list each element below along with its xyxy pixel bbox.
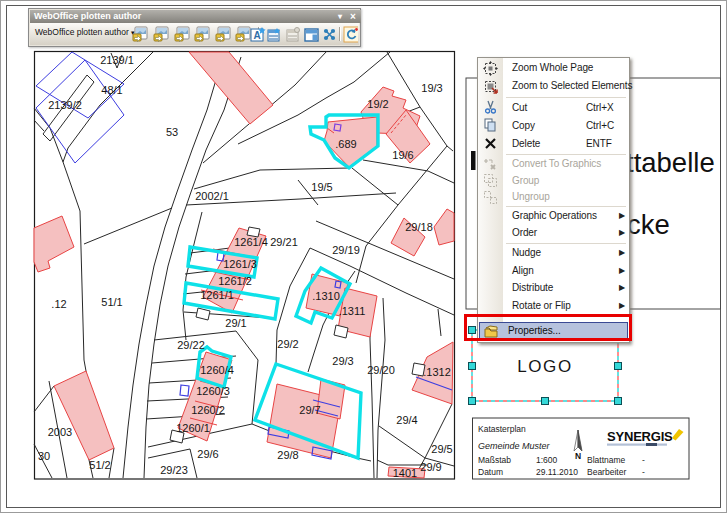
svg-text:Maßstab: Maßstab bbox=[478, 455, 511, 465]
svg-text:1:600: 1:600 bbox=[536, 455, 558, 465]
svg-text:1260/4: 1260/4 bbox=[200, 364, 234, 376]
svg-text:ttabelle: ttabelle bbox=[626, 147, 715, 178]
svg-text:1260/2: 1260/2 bbox=[191, 404, 225, 416]
svg-text:-: - bbox=[642, 467, 645, 477]
svg-text:Blattname: Blattname bbox=[587, 455, 626, 465]
svg-text:Bearbeiter: Bearbeiter bbox=[587, 467, 626, 477]
svg-text:LOGO: LOGO bbox=[517, 357, 573, 376]
svg-text:19/3: 19/3 bbox=[421, 82, 442, 94]
svg-text:.1311: .1311 bbox=[339, 305, 366, 317]
svg-text:29/22: 29/22 bbox=[177, 339, 205, 351]
svg-text:29/18: 29/18 bbox=[405, 221, 433, 233]
svg-text:29.11.2010: 29.11.2010 bbox=[536, 467, 578, 477]
svg-text:2139/2: 2139/2 bbox=[48, 99, 82, 111]
svg-text:29/3: 29/3 bbox=[332, 355, 353, 367]
svg-text:51/1: 51/1 bbox=[101, 296, 122, 308]
svg-text:29/7: 29/7 bbox=[299, 404, 320, 416]
svg-text:29/2: 29/2 bbox=[277, 338, 298, 350]
svg-text:29/1: 29/1 bbox=[225, 317, 246, 329]
svg-text:2139/1: 2139/1 bbox=[100, 54, 134, 66]
svg-text:.1312: .1312 bbox=[423, 366, 451, 378]
svg-text:Datum: Datum bbox=[478, 467, 503, 477]
svg-text:29/20: 29/20 bbox=[367, 364, 395, 376]
svg-text:Katasterplan: Katasterplan bbox=[478, 424, 526, 434]
svg-text:.1310: .1310 bbox=[312, 290, 340, 302]
svg-text:1261/1: 1261/1 bbox=[200, 289, 234, 301]
svg-text:29/21: 29/21 bbox=[270, 236, 298, 248]
svg-text:53: 53 bbox=[166, 126, 178, 138]
svg-text:2002/1: 2002/1 bbox=[195, 190, 229, 202]
svg-text:29/9: 29/9 bbox=[420, 461, 441, 473]
svg-text:-: - bbox=[642, 455, 645, 465]
svg-text:51/2: 51/2 bbox=[89, 459, 110, 471]
svg-text:30: 30 bbox=[38, 450, 50, 462]
svg-text:A: A bbox=[253, 30, 260, 41]
svg-text:Gemeinde Muster: Gemeinde Muster bbox=[478, 441, 551, 451]
svg-text:cke: cke bbox=[627, 209, 670, 240]
svg-text:19/2: 19/2 bbox=[367, 98, 388, 110]
svg-text:29/5: 29/5 bbox=[431, 443, 452, 455]
svg-text:1260/3: 1260/3 bbox=[196, 385, 230, 397]
svg-text:29/8: 29/8 bbox=[277, 449, 298, 461]
svg-text:1401: 1401 bbox=[393, 467, 417, 479]
svg-text:1261/4: 1261/4 bbox=[234, 236, 268, 248]
svg-text:1261/2: 1261/2 bbox=[218, 275, 252, 287]
svg-text:2003: 2003 bbox=[48, 426, 72, 438]
svg-text:.12: .12 bbox=[51, 298, 66, 310]
svg-text:48/1: 48/1 bbox=[101, 84, 122, 96]
svg-text:19/6: 19/6 bbox=[392, 149, 413, 161]
svg-text:29/6: 29/6 bbox=[197, 448, 218, 460]
svg-text:1260/1: 1260/1 bbox=[176, 422, 210, 434]
svg-text:1261/3: 1261/3 bbox=[223, 258, 257, 270]
svg-text:SYNERGIS: SYNERGIS bbox=[607, 429, 673, 444]
svg-text:.689: .689 bbox=[335, 138, 356, 150]
svg-text:29/19: 29/19 bbox=[332, 244, 360, 256]
svg-text:29/23: 29/23 bbox=[160, 464, 188, 476]
svg-text:29/4: 29/4 bbox=[396, 414, 417, 426]
svg-text:N: N bbox=[575, 451, 581, 461]
svg-text:19/5: 19/5 bbox=[311, 181, 332, 193]
